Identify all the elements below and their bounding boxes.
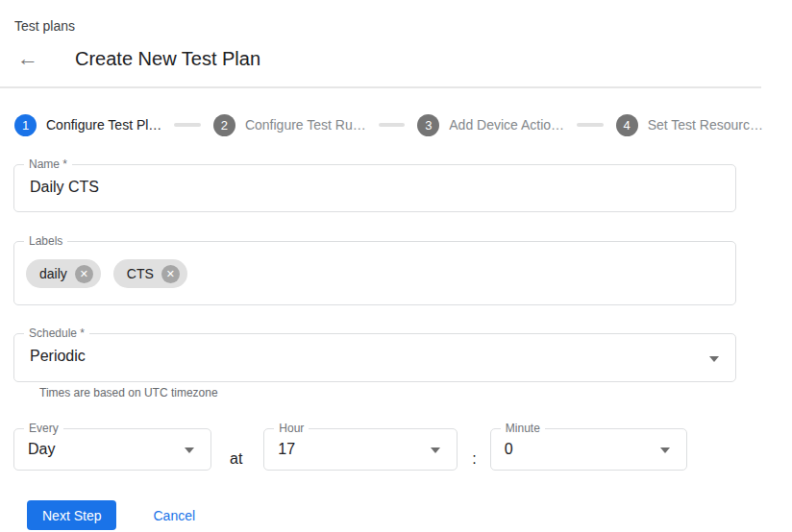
- step-1-badge: 1: [14, 114, 37, 136]
- breadcrumb: Test plans: [0, 0, 792, 34]
- chevron-down-icon: [709, 356, 719, 362]
- chevron-down-icon: [660, 447, 670, 453]
- step-3-add-device-actions[interactable]: 3 Add Device Actio…: [417, 114, 564, 136]
- title-bar: ← Create New Test Plan: [14, 45, 792, 72]
- step-2-label: Configure Test Ru…: [245, 117, 366, 133]
- name-field[interactable]: Name * Daily CTS: [13, 164, 736, 212]
- minute-select-label: Minute: [501, 422, 545, 436]
- step-1-configure-test-plan[interactable]: 1 Configure Test Pl…: [14, 114, 161, 136]
- form-actions: Next Step Cancel: [27, 500, 736, 530]
- step-2-configure-test-run[interactable]: 2 Configure Test Ru…: [213, 114, 366, 136]
- labels-field-label: Labels: [24, 234, 67, 249]
- hour-select[interactable]: Hour 17: [263, 428, 458, 471]
- chip-cts-text: CTS: [127, 266, 154, 281]
- header-divider: [0, 86, 761, 88]
- next-step-button[interactable]: Next Step: [27, 500, 116, 530]
- step-4-set-test-resources[interactable]: 4 Set Test Resourc…: [616, 114, 763, 136]
- chevron-down-icon: [185, 447, 194, 453]
- step-connector: [577, 123, 604, 127]
- chip-daily-text: daily: [39, 266, 67, 281]
- back-arrow-icon[interactable]: ←: [14, 45, 41, 72]
- schedule-select[interactable]: Schedule * Periodic: [13, 333, 736, 382]
- name-field-label: Name *: [24, 157, 72, 172]
- chip-cts-remove-icon[interactable]: ✕: [161, 265, 180, 283]
- cancel-button[interactable]: Cancel: [153, 508, 195, 523]
- stepper: 1 Configure Test Pl… 2 Configure Test Ru…: [14, 113, 763, 136]
- step-3-badge: 3: [417, 114, 439, 136]
- step-4-badge: 4: [616, 114, 638, 136]
- hour-select-label: Hour: [274, 422, 309, 436]
- colon-text: :: [472, 450, 476, 468]
- step-3-label: Add Device Actio…: [449, 117, 564, 133]
- step-4-label: Set Test Resourc…: [648, 117, 763, 133]
- step-2-badge: 2: [213, 114, 235, 136]
- step-connector: [174, 123, 201, 127]
- minute-select[interactable]: Minute 0: [490, 428, 687, 471]
- step-connector: [379, 123, 406, 127]
- create-test-plan-form: Name * Daily CTS Labels daily ✕ CTS ✕ Sc…: [13, 164, 736, 530]
- every-select[interactable]: Every Day: [13, 428, 211, 471]
- periodic-schedule-row: Every Day at Hour 17 : Minute 0: [13, 428, 736, 471]
- at-text: at: [230, 450, 242, 468]
- chip-cts[interactable]: CTS ✕: [113, 259, 187, 288]
- schedule-timezone-hint: Times are based on UTC timezone: [39, 386, 736, 399]
- chevron-down-icon: [431, 447, 440, 453]
- chip-daily-remove-icon[interactable]: ✕: [75, 265, 93, 283]
- labels-chip-list: daily ✕ CTS ✕: [14, 242, 735, 288]
- page-title: Create New Test Plan: [75, 48, 260, 70]
- name-field-value[interactable]: Daily CTS: [14, 165, 735, 196]
- chip-daily[interactable]: daily ✕: [26, 259, 101, 288]
- every-select-label: Every: [24, 422, 63, 436]
- labels-field[interactable]: Labels daily ✕ CTS ✕: [13, 241, 736, 305]
- schedule-select-value: Periodic: [14, 334, 735, 365]
- step-1-label: Configure Test Pl…: [46, 117, 161, 133]
- schedule-select-label: Schedule *: [24, 326, 89, 341]
